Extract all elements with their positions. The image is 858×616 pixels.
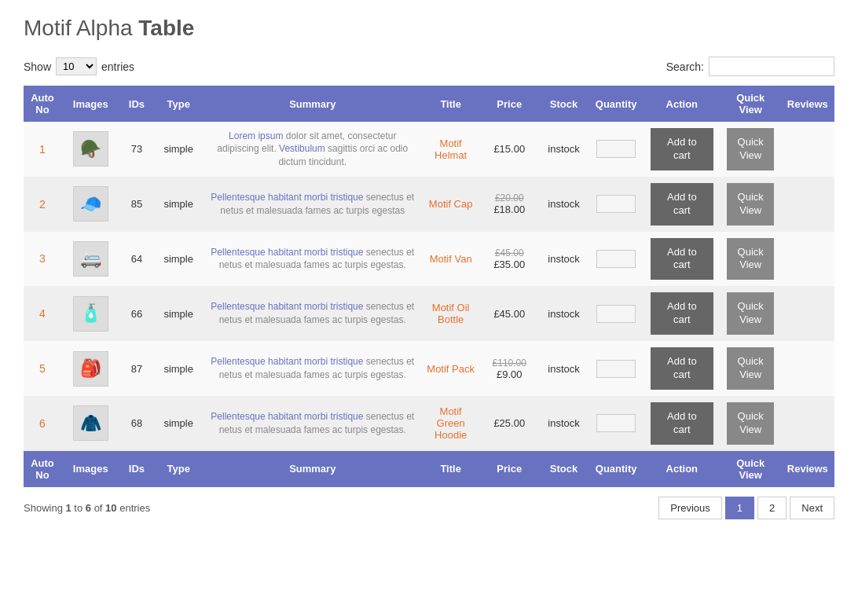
cell-action: Add to cart xyxy=(644,341,720,396)
range-start: 1 xyxy=(65,502,71,514)
cell-image: 🪖 xyxy=(61,122,120,177)
product-icon-3: 🚐 xyxy=(80,248,101,269)
product-title-link-1[interactable]: Motif Helmat xyxy=(434,138,467,161)
header-ids: IDs xyxy=(120,86,154,122)
product-icon-5: 🎒 xyxy=(80,358,101,379)
table-row: 6 🧥 68 simple Pellentesque habitant morb… xyxy=(24,396,834,451)
footer-summary: Summary xyxy=(204,451,421,487)
footer-images: Images xyxy=(61,451,120,487)
cell-auto-no: 3 xyxy=(24,232,61,287)
cell-auto-no: 5 xyxy=(24,341,61,396)
quick-view-button-6[interactable]: Quick View xyxy=(727,402,774,445)
add-to-cart-button-2[interactable]: Add to cart xyxy=(651,183,713,226)
product-title-link-5[interactable]: Motif Pack xyxy=(427,363,475,375)
footer-price: Price xyxy=(480,451,539,487)
header-title: Title xyxy=(421,86,480,122)
quick-view-button-1[interactable]: Quick View xyxy=(727,128,774,170)
bottom-info: Showing 1 to 6 of 10 entries Previous 1 … xyxy=(24,497,834,519)
cell-quickview: Quick View xyxy=(720,232,781,287)
showing-text: Showing 1 to 6 of 10 entries xyxy=(24,502,150,514)
cell-action: Add to cart xyxy=(644,122,720,177)
product-title-link-4[interactable]: Motif Oil Bottle xyxy=(432,302,470,325)
cell-type: simple xyxy=(153,286,204,341)
add-to-cart-button-3[interactable]: Add to cart xyxy=(651,238,713,280)
cell-title: Motif Cap xyxy=(421,177,480,232)
page-2-button[interactable]: 2 xyxy=(757,497,786,519)
product-icon-6: 🧥 xyxy=(80,413,101,434)
show-entries-control: Show 10 25 50 100 entries xyxy=(24,57,134,75)
product-title-link-2[interactable]: Motif Cap xyxy=(429,198,473,210)
previous-button[interactable]: Previous xyxy=(658,497,722,519)
range-end: 6 xyxy=(86,502,91,514)
product-image-1: 🪖 xyxy=(73,131,108,167)
search-input[interactable] xyxy=(709,57,834,76)
cell-price: £45.00 £35.00 xyxy=(480,232,539,287)
cell-summary: Lorem ipsum dolor sit amet, consectetur … xyxy=(204,122,421,177)
page-1-button[interactable]: 1 xyxy=(725,497,754,519)
footer-type: Type xyxy=(153,451,204,487)
table-row: 1 🪖 73 simple Lorem ipsum dolor sit amet… xyxy=(24,122,834,177)
quantity-input-2[interactable] xyxy=(596,195,636,213)
cell-reviews xyxy=(781,396,834,451)
product-title-link-3[interactable]: Motif Van xyxy=(430,253,472,265)
quantity-input-1[interactable] xyxy=(596,140,636,158)
add-to-cart-button-4[interactable]: Add to cart xyxy=(651,292,713,335)
cell-stock: instock xyxy=(539,286,589,341)
cell-quantity xyxy=(589,122,644,177)
cell-action: Add to cart xyxy=(644,232,720,287)
cell-title: Motif Pack xyxy=(421,341,480,396)
total-entries: 10 xyxy=(105,502,116,514)
cell-auto-no: 1 xyxy=(24,122,61,177)
cell-type: simple xyxy=(153,341,204,396)
cell-summary: Pellentesque habitant morbi tristique se… xyxy=(204,396,421,451)
quantity-input-5[interactable] xyxy=(596,360,636,378)
cell-action: Add to cart xyxy=(644,177,720,232)
cell-price: £15.00 xyxy=(480,122,539,177)
quantity-input-3[interactable] xyxy=(596,250,636,268)
product-image-3: 🚐 xyxy=(73,241,108,277)
cell-action: Add to cart xyxy=(644,286,720,341)
quantity-input-4[interactable] xyxy=(596,305,636,323)
header-summary: Summary xyxy=(204,86,421,122)
product-title-link-6[interactable]: Motif Green Hoodie xyxy=(434,405,467,441)
cell-id: 85 xyxy=(120,177,154,232)
cell-stock: instock xyxy=(539,341,589,396)
add-to-cart-button-6[interactable]: Add to cart xyxy=(651,402,713,445)
quick-view-button-2[interactable]: Quick View xyxy=(727,183,774,226)
table-footer-row: AutoNo Images IDs Type Summary Title Pri… xyxy=(24,451,834,487)
cell-reviews xyxy=(781,232,834,287)
cell-title: Motif Helmat xyxy=(421,122,480,177)
cell-auto-no: 2 xyxy=(24,177,61,232)
quick-view-button-5[interactable]: Quick View xyxy=(727,347,774,390)
add-to-cart-button-1[interactable]: Add to cart xyxy=(651,128,713,170)
cell-price: £45.00 xyxy=(480,286,539,341)
cell-quantity xyxy=(589,286,644,341)
cell-reviews xyxy=(781,341,834,396)
table-row: 4 🧴 66 simple Pellentesque habitant morb… xyxy=(24,286,834,341)
cell-quickview: Quick View xyxy=(720,122,781,177)
cell-auto-no: 6 xyxy=(24,396,61,451)
header-price: Price xyxy=(480,86,539,122)
next-button[interactable]: Next xyxy=(790,497,834,519)
cell-id: 87 xyxy=(120,341,154,396)
table-header-row: AutoNo Images IDs Type Summary Title Pri… xyxy=(24,86,834,122)
footer-quantity: Quantity xyxy=(589,451,644,487)
cell-summary: Pellentesque habitant morbi tristique se… xyxy=(204,341,421,396)
product-icon-2: 🧢 xyxy=(80,194,101,214)
cell-stock: instock xyxy=(539,396,589,451)
quick-view-button-4[interactable]: Quick View xyxy=(727,292,774,335)
add-to-cart-button-5[interactable]: Add to cart xyxy=(651,347,713,390)
cell-summary: Pellentesque habitant morbi tristique se… xyxy=(204,286,421,341)
cell-quickview: Quick View xyxy=(720,177,781,232)
header-quickview: QuickView xyxy=(720,86,781,122)
cell-quantity xyxy=(589,232,644,287)
header-auto-no: AutoNo xyxy=(24,86,61,122)
entries-select[interactable]: 10 25 50 100 xyxy=(56,57,97,75)
footer-action: Action xyxy=(644,451,720,487)
footer-reviews: Reviews xyxy=(781,451,834,487)
quantity-input-6[interactable] xyxy=(596,414,636,432)
quick-view-button-3[interactable]: Quick View xyxy=(727,238,774,280)
cell-quickview: Quick View xyxy=(720,396,781,451)
product-image-4: 🧴 xyxy=(73,296,108,332)
cell-title: Motif Oil Bottle xyxy=(421,286,480,341)
